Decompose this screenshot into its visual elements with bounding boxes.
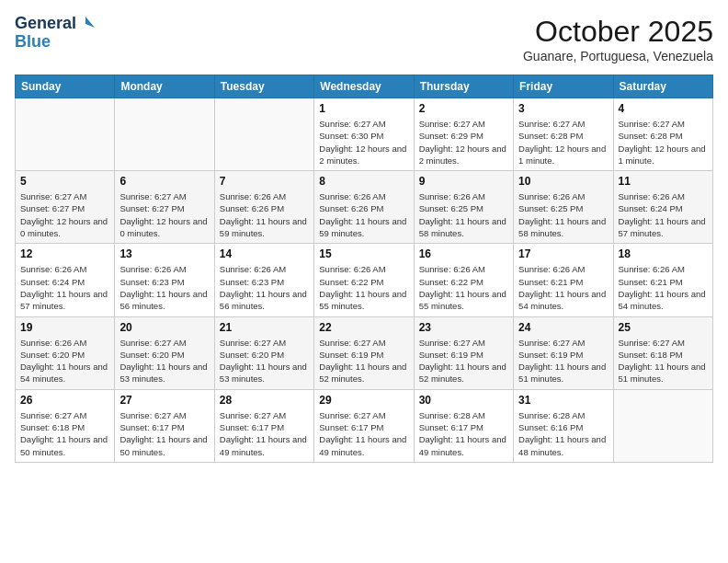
day-number: 24 [518, 321, 608, 334]
day-info: Sunrise: 6:26 AM Sunset: 6:23 PM Dayligh… [220, 263, 309, 312]
day-info: Sunrise: 6:27 AM Sunset: 6:19 PM Dayligh… [419, 337, 508, 385]
day-info: Sunrise: 6:26 AM Sunset: 6:21 PM Dayligh… [518, 263, 608, 312]
calendar-cell: 26Sunrise: 6:27 AM Sunset: 6:18 PM Dayli… [16, 389, 115, 462]
day-info: Sunrise: 6:27 AM Sunset: 6:29 PM Dayligh… [419, 118, 508, 167]
calendar-cell: 31Sunrise: 6:28 AM Sunset: 6:16 PM Dayli… [514, 389, 613, 462]
calendar-cell: 12Sunrise: 6:26 AM Sunset: 6:24 PM Dayli… [16, 244, 115, 316]
month-title: October 2025 [523, 15, 713, 49]
day-number: 29 [319, 394, 408, 407]
calendar-cell [214, 98, 313, 171]
day-number: 28 [220, 394, 309, 407]
day-info: Sunrise: 6:27 AM Sunset: 6:20 PM Dayligh… [119, 337, 209, 385]
day-number: 10 [518, 175, 608, 188]
day-number: 9 [419, 175, 508, 188]
logo-text-blue: Blue [15, 33, 51, 52]
col-friday: Friday [514, 75, 613, 98]
day-info: Sunrise: 6:26 AM Sunset: 6:24 PM Dayligh… [20, 263, 109, 312]
calendar-table: Sunday Monday Tuesday Wednesday Thursday… [15, 75, 713, 463]
calendar-week-row: 1Sunrise: 6:27 AM Sunset: 6:30 PM Daylig… [16, 98, 713, 171]
day-number: 11 [619, 175, 708, 188]
calendar-cell: 6Sunrise: 6:27 AM Sunset: 6:27 PM Daylig… [115, 171, 214, 244]
calendar-cell [16, 98, 115, 171]
day-info: Sunrise: 6:27 AM Sunset: 6:17 PM Dayligh… [119, 409, 209, 458]
calendar-week-row: 5Sunrise: 6:27 AM Sunset: 6:27 PM Daylig… [16, 171, 713, 244]
calendar-cell [115, 98, 214, 171]
day-info: Sunrise: 6:27 AM Sunset: 6:18 PM Dayligh… [20, 409, 109, 458]
day-number: 7 [220, 175, 309, 188]
day-info: Sunrise: 6:27 AM Sunset: 6:17 PM Dayligh… [220, 409, 309, 458]
day-info: Sunrise: 6:27 AM Sunset: 6:20 PM Dayligh… [220, 337, 309, 385]
calendar-cell: 16Sunrise: 6:26 AM Sunset: 6:22 PM Dayli… [414, 244, 513, 316]
day-number: 6 [119, 175, 209, 188]
day-number: 27 [119, 394, 209, 407]
day-info: Sunrise: 6:26 AM Sunset: 6:24 PM Dayligh… [619, 190, 708, 239]
day-info: Sunrise: 6:26 AM Sunset: 6:25 PM Dayligh… [419, 190, 508, 239]
day-info: Sunrise: 6:26 AM Sunset: 6:22 PM Dayligh… [419, 263, 508, 312]
day-number: 15 [319, 247, 408, 260]
calendar-cell: 9Sunrise: 6:26 AM Sunset: 6:25 PM Daylig… [414, 171, 513, 244]
calendar-cell: 28Sunrise: 6:27 AM Sunset: 6:17 PM Dayli… [214, 389, 313, 462]
day-info: Sunrise: 6:26 AM Sunset: 6:26 PM Dayligh… [220, 190, 309, 239]
calendar-cell: 22Sunrise: 6:27 AM Sunset: 6:19 PM Dayli… [314, 316, 414, 389]
title-block: October 2025 Guanare, Portuguesa, Venezu… [523, 15, 713, 63]
day-info: Sunrise: 6:27 AM Sunset: 6:27 PM Dayligh… [20, 190, 109, 239]
day-info: Sunrise: 6:27 AM Sunset: 6:30 PM Dayligh… [319, 118, 408, 167]
day-info: Sunrise: 6:26 AM Sunset: 6:22 PM Dayligh… [319, 263, 408, 312]
day-info: Sunrise: 6:27 AM Sunset: 6:19 PM Dayligh… [319, 337, 408, 385]
page-header: General Blue October 2025 Guanare, Portu… [15, 15, 713, 63]
day-number: 20 [119, 321, 209, 334]
calendar-cell: 27Sunrise: 6:27 AM Sunset: 6:17 PM Dayli… [115, 389, 214, 462]
calendar-cell: 25Sunrise: 6:27 AM Sunset: 6:18 PM Dayli… [613, 316, 712, 389]
day-number: 21 [220, 321, 309, 334]
day-number: 26 [20, 394, 109, 407]
col-tuesday: Tuesday [214, 75, 313, 98]
calendar-header-row: Sunday Monday Tuesday Wednesday Thursday… [16, 75, 713, 98]
day-number: 1 [319, 102, 408, 115]
day-number: 25 [619, 321, 708, 334]
day-info: Sunrise: 6:26 AM Sunset: 6:23 PM Dayligh… [119, 263, 209, 312]
day-info: Sunrise: 6:27 AM Sunset: 6:28 PM Dayligh… [518, 118, 608, 167]
calendar-cell: 24Sunrise: 6:27 AM Sunset: 6:19 PM Dayli… [514, 316, 613, 389]
day-number: 19 [20, 321, 109, 334]
calendar-cell: 17Sunrise: 6:26 AM Sunset: 6:21 PM Dayli… [514, 244, 613, 316]
day-number: 2 [419, 102, 508, 115]
day-number: 12 [20, 247, 109, 260]
calendar-cell: 15Sunrise: 6:26 AM Sunset: 6:22 PM Dayli… [314, 244, 414, 316]
col-monday: Monday [115, 75, 214, 98]
day-number: 5 [20, 175, 109, 188]
calendar-cell: 3Sunrise: 6:27 AM Sunset: 6:28 PM Daylig… [514, 98, 613, 171]
calendar-cell: 23Sunrise: 6:27 AM Sunset: 6:19 PM Dayli… [414, 316, 513, 389]
calendar-cell: 19Sunrise: 6:26 AM Sunset: 6:20 PM Dayli… [16, 316, 115, 389]
calendar-week-row: 12Sunrise: 6:26 AM Sunset: 6:24 PM Dayli… [16, 244, 713, 316]
day-info: Sunrise: 6:27 AM Sunset: 6:17 PM Dayligh… [319, 409, 408, 458]
day-info: Sunrise: 6:27 AM Sunset: 6:19 PM Dayligh… [518, 337, 608, 385]
day-number: 31 [518, 394, 608, 407]
day-number: 18 [619, 247, 708, 260]
day-number: 8 [319, 175, 408, 188]
day-info: Sunrise: 6:27 AM Sunset: 6:28 PM Dayligh… [619, 118, 708, 167]
day-info: Sunrise: 6:26 AM Sunset: 6:20 PM Dayligh… [20, 337, 109, 385]
day-number: 23 [419, 321, 508, 334]
calendar-cell: 10Sunrise: 6:26 AM Sunset: 6:25 PM Dayli… [514, 171, 613, 244]
calendar-cell: 1Sunrise: 6:27 AM Sunset: 6:30 PM Daylig… [314, 98, 414, 171]
day-info: Sunrise: 6:26 AM Sunset: 6:25 PM Dayligh… [518, 190, 608, 239]
day-number: 13 [119, 247, 209, 260]
logo: General Blue [15, 15, 95, 52]
day-number: 3 [518, 102, 608, 115]
calendar-cell: 2Sunrise: 6:27 AM Sunset: 6:29 PM Daylig… [414, 98, 513, 171]
col-sunday: Sunday [16, 75, 115, 98]
col-thursday: Thursday [414, 75, 513, 98]
day-number: 30 [419, 394, 508, 407]
calendar-cell: 7Sunrise: 6:26 AM Sunset: 6:26 PM Daylig… [214, 171, 313, 244]
calendar-cell [613, 389, 712, 462]
calendar-cell: 11Sunrise: 6:26 AM Sunset: 6:24 PM Dayli… [613, 171, 712, 244]
calendar-cell: 5Sunrise: 6:27 AM Sunset: 6:27 PM Daylig… [16, 171, 115, 244]
day-info: Sunrise: 6:26 AM Sunset: 6:26 PM Dayligh… [319, 190, 408, 239]
day-number: 16 [419, 247, 508, 260]
day-info: Sunrise: 6:28 AM Sunset: 6:16 PM Dayligh… [518, 409, 608, 458]
calendar-cell: 20Sunrise: 6:27 AM Sunset: 6:20 PM Dayli… [115, 316, 214, 389]
day-number: 14 [220, 247, 309, 260]
logo-bird-icon [76, 15, 95, 33]
day-info: Sunrise: 6:28 AM Sunset: 6:17 PM Dayligh… [419, 409, 508, 458]
calendar-cell: 14Sunrise: 6:26 AM Sunset: 6:23 PM Dayli… [214, 244, 313, 316]
